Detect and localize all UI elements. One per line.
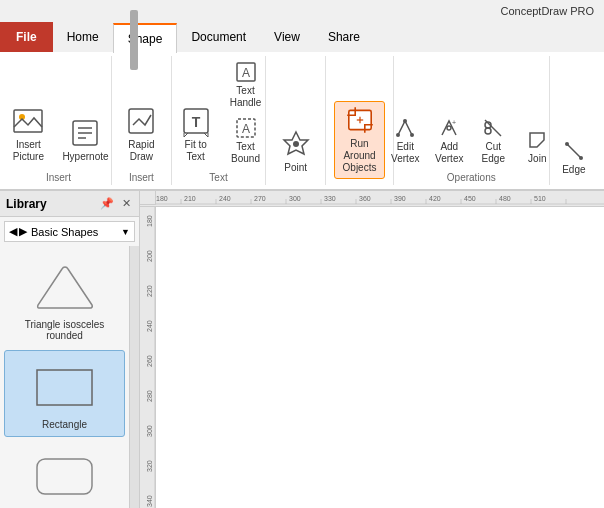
svg-text:320: 320 [146, 460, 153, 472]
library-header-icons: 📌 ✕ [98, 196, 133, 211]
run-around-objects-button[interactable]: Run AroundObjects [334, 101, 385, 179]
svg-text:A: A [242, 66, 250, 80]
join-label: Join [528, 153, 546, 165]
fit-to-text-icon: T [180, 105, 212, 137]
rectangle-label: Rectangle [42, 419, 87, 430]
edge-button[interactable]: Edge [554, 137, 594, 179]
library-close-button[interactable]: ✕ [120, 196, 133, 211]
svg-point-27 [565, 142, 569, 146]
category-label: Basic Shapes [31, 226, 121, 238]
svg-point-20 [410, 133, 414, 137]
svg-text:270: 270 [254, 195, 266, 202]
edit-vertex-icon [394, 117, 416, 139]
cut-edge-icon [482, 117, 504, 139]
text-items: T Fit toText A TextHandle A [171, 58, 267, 168]
add-vertex-label: AddVertex [435, 141, 463, 165]
add-vertex-button[interactable]: + AddVertex [429, 114, 469, 168]
canvas-body: 180 200 220 240 260 280 300 320 340 360 [140, 207, 604, 508]
library-category-selector[interactable]: ◀ ▶ Basic Shapes ▼ [4, 221, 135, 242]
library-items-container: Triangle isoscelesrounded Rectangle [0, 246, 139, 508]
svg-point-24 [485, 128, 491, 134]
tab-home[interactable]: Home [53, 22, 113, 52]
rapid-draw-label: RapidDraw [128, 139, 154, 163]
ribbon: File Home Shape Document View Share Inse… [0, 22, 604, 191]
hypernote-icon [69, 117, 101, 149]
insert-group-label: Insert [46, 172, 71, 183]
tab-shape[interactable]: Shape [113, 23, 178, 53]
operations-items: EditVertex + AddVertex CutEdge [385, 58, 557, 168]
rapid-draw-button[interactable]: RapidDraw [116, 102, 166, 168]
drawing-canvas[interactable] [156, 207, 604, 508]
svg-rect-30 [37, 459, 92, 494]
point-button[interactable]: Point [271, 125, 321, 179]
svg-text:240: 240 [146, 320, 153, 332]
svg-text:360: 360 [359, 195, 371, 202]
join-icon [526, 129, 548, 151]
group-text: T Fit toText A TextHandle A [172, 56, 266, 185]
svg-text:220: 220 [146, 285, 153, 297]
tab-bar: File Home Shape Document View Share [0, 22, 604, 52]
tab-file[interactable]: File [0, 22, 53, 52]
insert-picture-button[interactable]: InsertPicture [3, 102, 53, 168]
main-area: Library 📌 ✕ ◀ ▶ Basic Shapes ▼ [0, 191, 604, 508]
ribbon-content: InsertPicture Hypernote Insert RapidDr [0, 52, 604, 190]
svg-text:300: 300 [146, 425, 153, 437]
svg-text:340: 340 [146, 495, 153, 507]
svg-text:T: T [191, 114, 200, 130]
edge-label: Edge [562, 164, 585, 176]
edge-icon [563, 140, 585, 162]
add-vertex-icon: + [438, 117, 460, 139]
triangle-isosceles-rounded-label: Triangle isoscelesrounded [25, 319, 105, 341]
group-edge: Edge [550, 56, 598, 185]
tab-view[interactable]: View [260, 22, 314, 52]
nav-arrows: ◀ ▶ [9, 225, 27, 238]
tab-share[interactable]: Share [314, 22, 374, 52]
library-pin-button[interactable]: 📌 [98, 196, 116, 211]
svg-text:510: 510 [534, 195, 546, 202]
fit-to-text-label: Fit toText [185, 139, 207, 163]
svg-text:180: 180 [156, 195, 168, 202]
svg-text:420: 420 [429, 195, 441, 202]
svg-point-14 [293, 141, 299, 147]
tab-document[interactable]: Document [177, 22, 260, 52]
edit-vertex-button[interactable]: EditVertex [385, 114, 425, 168]
svg-rect-0 [14, 110, 42, 132]
title-bar: ConceptDraw PRO [0, 0, 604, 22]
svg-text:280: 280 [146, 390, 153, 402]
svg-text:260: 260 [146, 355, 153, 367]
point-label: Point [284, 162, 307, 174]
ruler-corner [140, 191, 156, 205]
list-item[interactable]: Triangle isoscelesrounded [4, 250, 125, 348]
text-handle-button[interactable]: A TextHandle [225, 58, 267, 112]
svg-point-18 [396, 133, 400, 137]
text-bound-button[interactable]: A TextBound [225, 114, 267, 168]
text-handle-label: TextHandle [230, 85, 262, 109]
rapid-draw-icon [125, 105, 157, 137]
list-item[interactable]: Rectangle rounded [4, 439, 125, 508]
edit-vertex-label: EditVertex [391, 141, 419, 165]
svg-point-28 [579, 156, 583, 160]
cut-edge-button[interactable]: CutEdge [473, 114, 513, 168]
ruler-vertical: 180 200 220 240 260 280 300 320 340 360 [140, 207, 156, 508]
point-icon [280, 128, 312, 160]
group-operations: EditVertex + AddVertex CutEdge [394, 56, 550, 185]
cut-edge-label: CutEdge [482, 141, 505, 165]
hypernote-button[interactable]: Hypernote [57, 114, 113, 168]
canvas-area[interactable]: 180 210 240 270 300 330 360 390 [140, 191, 604, 508]
run-around-objects-icon [344, 104, 376, 136]
nav-back-icon[interactable]: ◀ [9, 225, 17, 238]
nav-forward-icon[interactable]: ▶ [19, 225, 27, 238]
insert-items: InsertPicture Hypernote [3, 58, 113, 168]
group-rapid-draw: RapidDraw Insert [112, 56, 172, 185]
svg-text:A: A [242, 122, 250, 136]
library-items-list: Triangle isoscelesrounded Rectangle [0, 246, 129, 508]
library-scrollbar[interactable] [129, 246, 139, 508]
svg-text:480: 480 [499, 195, 511, 202]
fit-to-text-button[interactable]: T Fit toText [171, 102, 221, 168]
rectangle-preview [30, 357, 100, 417]
svg-text:390: 390 [394, 195, 406, 202]
list-item[interactable]: Rectangle [4, 350, 125, 437]
insert-picture-icon [12, 105, 44, 137]
svg-text:200: 200 [146, 250, 153, 262]
ruler-horizontal: 180 210 240 270 300 330 360 390 [156, 191, 604, 205]
